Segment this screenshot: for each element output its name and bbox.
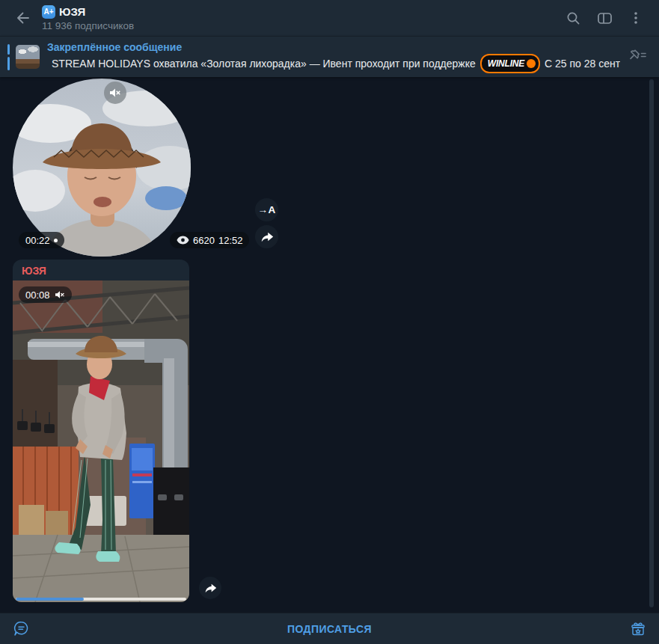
video-note-mute-badge: [104, 82, 126, 104]
pinned-message-bar[interactable]: Закреплённое сообщение STREAM HOLIDAYS о…: [0, 36, 659, 77]
video-note-frame: [13, 79, 191, 257]
views-eye-icon: [177, 236, 189, 245]
subscriber-count: 11 936 подписчиков: [42, 20, 134, 31]
winline-logo: WINLINE: [480, 54, 540, 73]
search-icon: [565, 10, 581, 26]
winline-dot: [527, 59, 536, 68]
pinned-title: Закреплённое сообщение: [47, 40, 620, 54]
video-progress-bar[interactable]: [16, 598, 186, 601]
menu-button[interactable]: [623, 5, 649, 31]
video-player[interactable]: 00:08: [13, 280, 189, 602]
message-time: 12:52: [218, 235, 243, 246]
video-muted-icon: [55, 290, 65, 299]
translate-button[interactable]: →A: [255, 198, 278, 221]
muted-speaker-icon: [109, 88, 121, 98]
pinned-segments: [7, 44, 10, 70]
translate-label: →A: [257, 204, 275, 215]
pinned-message-text: STREAM HOLIDAYS охватила «Золотая лихора…: [47, 54, 620, 73]
bottom-action-bar: ПОДПИСАТЬСЯ: [0, 613, 659, 644]
channel-avatar: A+: [42, 5, 55, 19]
pinned-text-after: С 25 по 28 сентя…: [545, 56, 620, 71]
search-button[interactable]: [560, 5, 586, 31]
back-button[interactable]: [12, 7, 34, 29]
share-video-button[interactable]: [199, 577, 221, 599]
gift-button[interactable]: [628, 619, 648, 639]
scrollbar[interactable]: [649, 79, 654, 607]
video-message: ЮЗЯ: [13, 260, 189, 602]
video-note-message[interactable]: [13, 79, 191, 257]
pinned-list-button[interactable]: [625, 43, 652, 70]
share-video-note-button[interactable]: [255, 225, 278, 248]
gift-icon: [630, 621, 646, 637]
message-area: 00:22 6620 12:52 →A ЮЗЯ: [0, 77, 659, 613]
video-frame: [13, 280, 189, 602]
discuss-button[interactable]: [11, 619, 31, 639]
chat-header: A+ ЮЗЯ 11 936 подписчиков: [0, 0, 659, 36]
toggle-sidebar-button[interactable]: [592, 5, 617, 31]
video-duration-badge: 00:08: [19, 286, 72, 303]
views-count: 6620: [193, 235, 215, 246]
video-progress-fill: [16, 598, 84, 601]
chat-info[interactable]: A+ ЮЗЯ 11 936 подписчиков: [42, 5, 134, 31]
kebab-menu-icon: [628, 10, 643, 25]
share-arrow-icon: [204, 583, 217, 594]
pinned-thumbnail: [16, 45, 40, 69]
sidebar-icon: [597, 10, 613, 26]
share-arrow-icon: [260, 231, 274, 243]
channel-title: ЮЗЯ: [59, 5, 85, 18]
subscribe-button[interactable]: ПОДПИСАТЬСЯ: [31, 623, 628, 635]
video-note-duration: 00:22: [19, 232, 64, 248]
pin-list-icon: [628, 49, 648, 65]
message-author[interactable]: ЮЗЯ: [13, 260, 189, 280]
pinned-text-before: STREAM HOLIDAYS охватила «Золотая лихора…: [52, 56, 476, 71]
unplayed-dot: [54, 239, 58, 242]
video-note-meta: 6620 12:52: [170, 232, 249, 248]
back-arrow-icon: [14, 9, 32, 27]
comment-bubble-icon: [13, 620, 30, 637]
